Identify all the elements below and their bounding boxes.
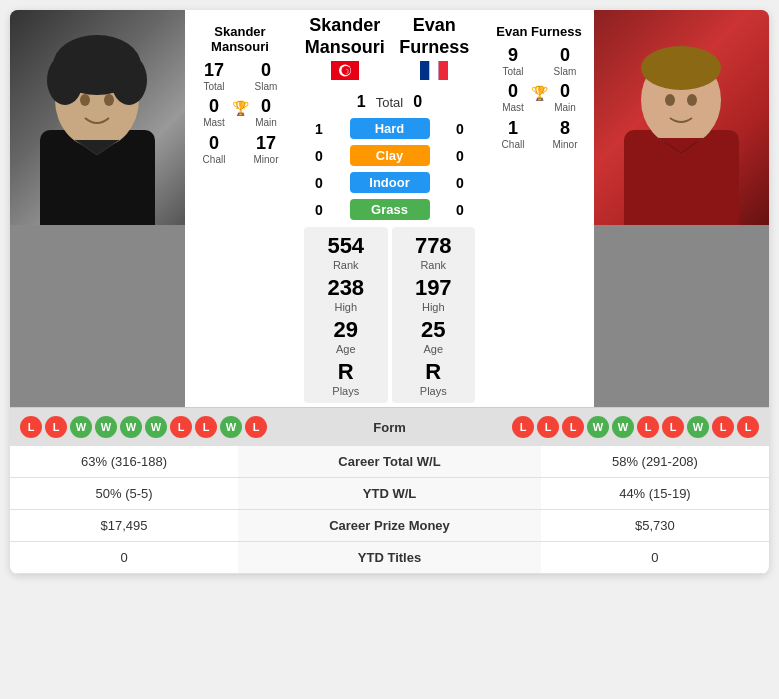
stat-right-val: 0 xyxy=(541,542,769,574)
right-rank-val: 778 xyxy=(398,233,470,259)
right-age-val: 25 xyxy=(398,317,470,343)
right-rank-label: Rank xyxy=(398,259,470,271)
right-form-badges: LLLWWLLWLL xyxy=(512,416,759,438)
right-age-label: Age xyxy=(398,343,470,355)
surface-row-hard: 1 Hard 0 xyxy=(300,115,479,142)
left-player-name: Skander Mansouri xyxy=(187,20,293,58)
surface-indoor-btn[interactable]: Indoor xyxy=(350,172,430,193)
total-label: Total xyxy=(376,95,403,110)
svg-point-17 xyxy=(665,94,675,106)
left-high-val: 238 xyxy=(310,275,382,301)
stat-label: Career Prize Money xyxy=(238,510,541,542)
surface-clay-btn[interactable]: Clay xyxy=(350,145,430,166)
right-plays-val: R xyxy=(398,359,470,385)
right-total-score: 0 xyxy=(413,93,422,111)
left-high-label: High xyxy=(310,301,382,313)
stat-left-val: $17,495 xyxy=(10,510,238,542)
clay-right-score: 0 xyxy=(451,148,469,164)
right-form-badge-w: W xyxy=(687,416,709,438)
right-high-val: 197 xyxy=(398,275,470,301)
stat-right-val: 58% (291-208) xyxy=(541,446,769,478)
right-form-badge-l: L xyxy=(662,416,684,438)
left-form-badge-w: W xyxy=(95,416,117,438)
left-form-badge-l: L xyxy=(195,416,217,438)
right-stats-col: Evan Furness 9 Total 0 Slam 0 Mast 0 xyxy=(484,10,594,407)
right-player-photo xyxy=(594,10,769,407)
stat-left-val: 50% (5-5) xyxy=(10,478,238,510)
left-plays-label: Plays xyxy=(310,385,382,397)
surface-row-clay: 0 Clay 0 xyxy=(300,142,479,169)
left-center-stats: 554 Rank 238 High 29 Age R Plays xyxy=(304,227,388,403)
svg-rect-12 xyxy=(430,61,439,80)
right-form-badge-l: L xyxy=(637,416,659,438)
left-age-label: Age xyxy=(310,343,382,355)
stats-row: 63% (316-188) Career Total W/L 58% (291-… xyxy=(10,446,769,478)
left-rank-label: Rank xyxy=(310,259,382,271)
svg-point-5 xyxy=(80,94,90,106)
stats-row: 50% (5-5) YTD W/L 44% (15-19) xyxy=(10,478,769,510)
left-chall-stat: 0 Chall xyxy=(189,133,239,165)
indoor-left-score: 0 xyxy=(310,175,328,191)
stat-label: YTD W/L xyxy=(238,478,541,510)
left-minor-stat: 17 Minor xyxy=(241,133,291,165)
clay-left-score: 0 xyxy=(310,148,328,164)
grass-left-score: 0 xyxy=(310,202,328,218)
svg-rect-13 xyxy=(439,61,448,80)
left-form-badge-l: L xyxy=(45,416,67,438)
left-player-silhouette xyxy=(10,10,185,225)
indoor-right-score: 0 xyxy=(451,175,469,191)
surface-row-indoor: 0 Indoor 0 xyxy=(300,169,479,196)
stat-right-val: $5,730 xyxy=(541,510,769,542)
surface-grass-btn[interactable]: Grass xyxy=(350,199,430,220)
right-form-badge-l: L xyxy=(562,416,584,438)
left-form-badge-l: L xyxy=(245,416,267,438)
grass-right-score: 0 xyxy=(451,202,469,218)
svg-point-18 xyxy=(687,94,697,106)
left-rank-val: 554 xyxy=(310,233,382,259)
left-form-badges: LLWWWWLLWL xyxy=(20,416,267,438)
right-flag-icon xyxy=(420,61,448,80)
form-section: LLWWWWLLWL Form LLLWWLLWLL xyxy=(10,407,769,446)
surface-rows: 1 Hard 0 0 Clay 0 0 Indoor 0 xyxy=(300,115,479,223)
right-form-badge-w: W xyxy=(587,416,609,438)
center-stats-panels: 554 Rank 238 High 29 Age R Plays xyxy=(300,223,479,407)
svg-point-6 xyxy=(104,94,114,106)
left-total-score: 1 xyxy=(357,93,366,111)
stats-row: 0 YTD Titles 0 xyxy=(10,542,769,574)
main-container: Skander Mansouri 17 Total 0 Slam 0 Mast xyxy=(10,10,769,574)
names-row: Skander Mansouri ☽ Evan Furness xyxy=(300,10,479,89)
right-slam-stat: 0 Slam xyxy=(540,45,590,77)
left-name-header: Skander Mansouri ☽ xyxy=(300,15,390,84)
right-form-badge-l: L xyxy=(537,416,559,438)
left-slam-stat: 0 Slam xyxy=(241,60,291,92)
top-area: Skander Mansouri 17 Total 0 Slam 0 Mast xyxy=(10,10,769,407)
total-score-row: 1 Total 0 xyxy=(357,93,422,111)
right-plays-label: Plays xyxy=(398,385,470,397)
left-plays-val: R xyxy=(310,359,382,385)
stat-right-val: 44% (15-19) xyxy=(541,478,769,510)
hard-left-score: 1 xyxy=(310,121,328,137)
left-flag-icon: ☽ xyxy=(331,61,359,80)
right-center-stats: 778 Rank 197 High 25 Age R Plays xyxy=(392,227,476,403)
right-chall-stat: 1 Chall xyxy=(488,118,538,150)
stat-label: YTD Titles xyxy=(238,542,541,574)
left-total-stat: 17 Total xyxy=(189,60,239,92)
right-form-badge-l: L xyxy=(512,416,534,438)
stat-label: Career Total W/L xyxy=(238,446,541,478)
surface-hard-btn[interactable]: Hard xyxy=(350,118,430,139)
svg-point-3 xyxy=(47,55,83,105)
right-player-name: Evan Furness xyxy=(486,20,592,43)
right-form-badge-l: L xyxy=(737,416,759,438)
left-age-val: 29 xyxy=(310,317,382,343)
right-name-header: Evan Furness xyxy=(390,15,480,84)
stats-row: $17,495 Career Prize Money $5,730 xyxy=(10,510,769,542)
stat-left-val: 0 xyxy=(10,542,238,574)
left-form-badge-w: W xyxy=(220,416,242,438)
svg-point-16 xyxy=(641,46,721,90)
right-form-badge-l: L xyxy=(712,416,734,438)
right-form-badge-w: W xyxy=(612,416,634,438)
left-form-badge-w: W xyxy=(120,416,142,438)
left-form-badge-w: W xyxy=(145,416,167,438)
svg-text:☽: ☽ xyxy=(343,68,349,75)
right-player-silhouette xyxy=(594,10,769,225)
